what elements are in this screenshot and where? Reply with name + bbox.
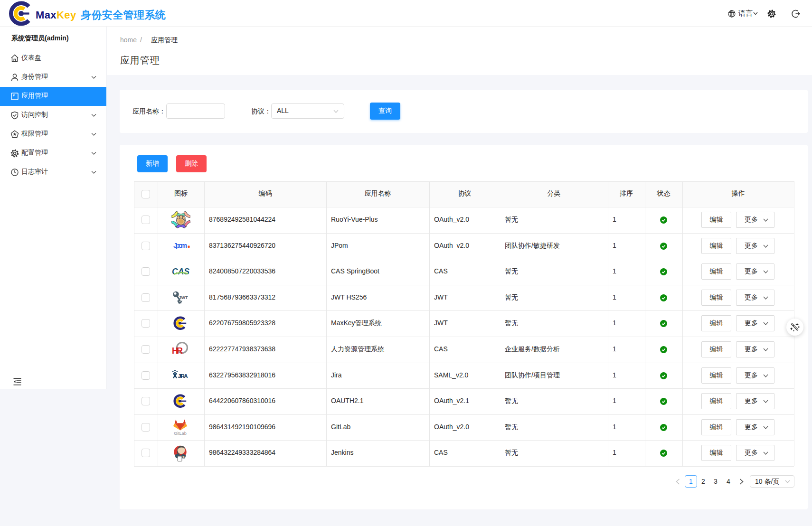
svg-text:JWT: JWT (179, 295, 189, 300)
svg-text:GitLab: GitLab (174, 431, 187, 436)
svg-text:Jpom: Jpom (173, 241, 187, 249)
svg-text:CAS: CAS (172, 267, 189, 276)
svg-text:JIRA: JIRA (178, 373, 188, 379)
svg-text:HR: HR (172, 346, 183, 356)
